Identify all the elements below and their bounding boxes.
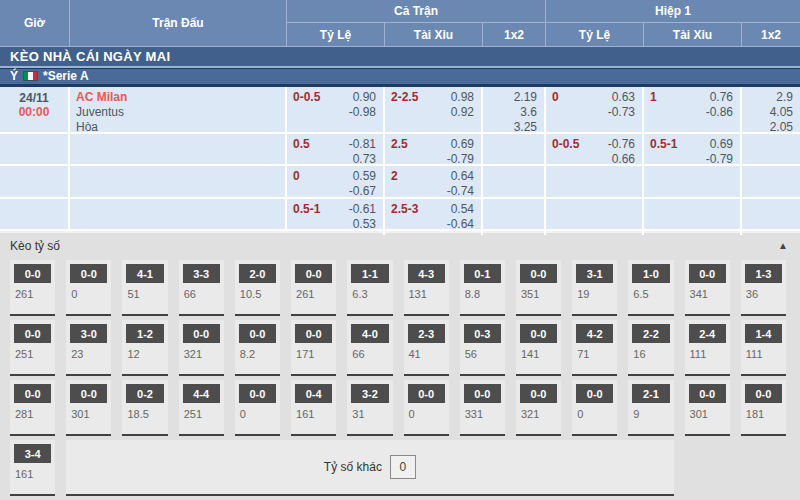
odds-value[interactable]: -0.61 — [349, 202, 376, 217]
ft-handicap-odds[interactable]: 0.5-1 -0.61 0.53 — [287, 199, 385, 235]
score-chip[interactable]: 2-2 — [632, 324, 669, 343]
odds-value[interactable]: -0.98 — [349, 105, 376, 120]
score-chip[interactable]: 2-4 — [689, 324, 726, 343]
score-chip[interactable]: 0-0 — [520, 384, 557, 403]
ft-overunder-odds[interactable]: 2 0.64 -0.74 — [385, 166, 483, 202]
score-chip[interactable]: 0-0 — [183, 324, 220, 343]
odds-value[interactable]: 0.63 — [612, 90, 635, 105]
h1-handicap-odds[interactable] — [546, 166, 644, 202]
odds-value[interactable]: 0.54 — [451, 202, 474, 217]
score-chip[interactable]: 0-0 — [239, 384, 276, 403]
league-bar[interactable]: Ý *Serie A — [0, 68, 800, 87]
odds-value[interactable]: 3.25 — [514, 120, 537, 135]
away-team[interactable]: Juventus — [76, 105, 279, 120]
h1-overunder-odds[interactable] — [644, 199, 742, 235]
ft-overunder-odds[interactable]: 2-2.5 0.98 0.92 — [385, 87, 483, 138]
odds-value[interactable]: -0.76 — [608, 137, 635, 152]
score-chip[interactable]: 0-0 — [239, 324, 276, 343]
h1-overunder-odds[interactable] — [644, 166, 742, 202]
h1-handicap-odds[interactable]: 0-0.5 -0.76 0.66 — [546, 134, 644, 170]
ft-overunder-odds[interactable]: 2.5-3 0.54 -0.64 — [385, 199, 483, 235]
odds-value[interactable]: 0.53 — [353, 217, 376, 232]
score-chip[interactable]: 2-0 — [239, 264, 276, 283]
other-score-box[interactable]: 0 — [390, 455, 416, 479]
score-chip[interactable]: 0-0 — [464, 384, 501, 403]
h1-1x2-odds[interactable] — [742, 199, 800, 235]
score-chip[interactable]: 4-3 — [408, 264, 445, 283]
score-chip[interactable]: 0-0 — [576, 384, 613, 403]
score-chip[interactable]: 3-3 — [183, 264, 220, 283]
score-chip[interactable]: 0-3 — [464, 324, 501, 343]
h1-1x2-odds[interactable] — [742, 166, 800, 202]
odds-value[interactable]: 0.66 — [612, 152, 635, 167]
score-chip[interactable]: 4-2 — [576, 324, 613, 343]
score-chip[interactable]: 4-0 — [351, 324, 388, 343]
score-chip[interactable]: 1-2 — [126, 324, 163, 343]
score-chip[interactable]: 0-0 — [745, 384, 782, 403]
ft-1x2-odds[interactable] — [483, 166, 546, 202]
odds-value[interactable]: 0.64 — [451, 169, 474, 184]
score-chip[interactable]: 0-0 — [520, 264, 557, 283]
score-chip[interactable]: 0-0 — [295, 324, 332, 343]
score-chip[interactable]: 0-0 — [408, 384, 445, 403]
h1-overunder-odds[interactable]: 0.5-1 0.69 -0.79 — [644, 134, 742, 170]
odds-value[interactable]: 0.69 — [451, 137, 474, 152]
odds-value[interactable]: 0.69 — [710, 137, 733, 152]
odds-value[interactable]: 4.05 — [770, 105, 793, 120]
odds-value[interactable]: 0.92 — [451, 105, 474, 120]
score-chip[interactable]: 0-0 — [14, 324, 51, 343]
odds-value[interactable]: -0.74 — [447, 184, 474, 199]
h1-1x2-odds[interactable]: 2.9 4.05 2.05 — [742, 87, 800, 138]
odds-value[interactable]: -0.73 — [608, 105, 635, 120]
odds-value[interactable]: 0.90 — [353, 90, 376, 105]
h1-overunder-odds[interactable]: 1 0.76 -0.86 — [644, 87, 742, 138]
score-chip[interactable]: 0-0 — [70, 384, 107, 403]
score-chip[interactable]: 4-1 — [126, 264, 163, 283]
ft-1x2-odds[interactable] — [483, 134, 546, 170]
odds-value[interactable]: -0.79 — [447, 152, 474, 167]
ft-1x2-odds[interactable]: 2.19 3.6 3.25 — [483, 87, 546, 138]
odds-value[interactable]: 3.6 — [520, 105, 537, 120]
score-chip[interactable]: 4-4 — [183, 384, 220, 403]
ft-handicap-odds[interactable]: 0 0.59 -0.67 — [287, 166, 385, 202]
h1-handicap-odds[interactable] — [546, 199, 644, 235]
score-chip[interactable]: 0-0 — [14, 384, 51, 403]
ft-1x2-odds[interactable] — [483, 199, 546, 235]
ft-overunder-odds[interactable]: 2.5 0.69 -0.79 — [385, 134, 483, 170]
score-chip[interactable]: 0-0 — [520, 324, 557, 343]
odds-value[interactable]: 0.76 — [710, 90, 733, 105]
score-chip[interactable]: 2-1 — [632, 384, 669, 403]
score-chip[interactable]: 0-0 — [295, 264, 332, 283]
score-chip[interactable]: 0-0 — [14, 264, 51, 283]
ft-handicap-odds[interactable]: 0.5 -0.81 0.73 — [287, 134, 385, 170]
odds-value[interactable]: 0.98 — [451, 90, 474, 105]
score-chip[interactable]: 3-1 — [576, 264, 613, 283]
odds-value[interactable]: 0.59 — [353, 169, 376, 184]
odds-value[interactable]: -0.81 — [349, 137, 376, 152]
score-chip[interactable]: 3-2 — [351, 384, 388, 403]
score-chip[interactable]: 3-0 — [70, 324, 107, 343]
home-team[interactable]: AC Milan — [76, 90, 279, 105]
odds-value[interactable]: 2.9 — [776, 90, 793, 105]
odds-value[interactable]: -0.67 — [349, 184, 376, 199]
score-chip[interactable]: 2-3 — [408, 324, 445, 343]
score-chip[interactable]: 0-2 — [126, 384, 163, 403]
odds-value[interactable]: 2.05 — [770, 120, 793, 135]
odds-value[interactable]: -0.79 — [706, 152, 733, 167]
score-chip[interactable]: 0-0 — [689, 384, 726, 403]
score-chip[interactable]: 1-4 — [745, 324, 782, 343]
ft-handicap-odds[interactable]: 0-0.5 0.90 -0.98 — [287, 87, 385, 138]
score-chip[interactable]: 3-4 — [14, 444, 51, 463]
score-chip[interactable]: 1-1 — [351, 264, 388, 283]
odds-value[interactable]: -0.86 — [706, 105, 733, 120]
score-chip[interactable]: 0-1 — [464, 264, 501, 283]
h1-handicap-odds[interactable]: 0 0.63 -0.73 — [546, 87, 644, 138]
odds-value[interactable]: 0.73 — [353, 152, 376, 167]
score-chip[interactable]: 1-3 — [745, 264, 782, 283]
odds-value[interactable]: 2.19 — [514, 90, 537, 105]
score-chip[interactable]: 0-0 — [689, 264, 726, 283]
collapse-arrow-icon[interactable]: ▲ — [778, 240, 788, 251]
odds-value[interactable]: -0.64 — [447, 217, 474, 232]
score-chip[interactable]: 0-0 — [70, 264, 107, 283]
score-chip[interactable]: 0-4 — [295, 384, 332, 403]
